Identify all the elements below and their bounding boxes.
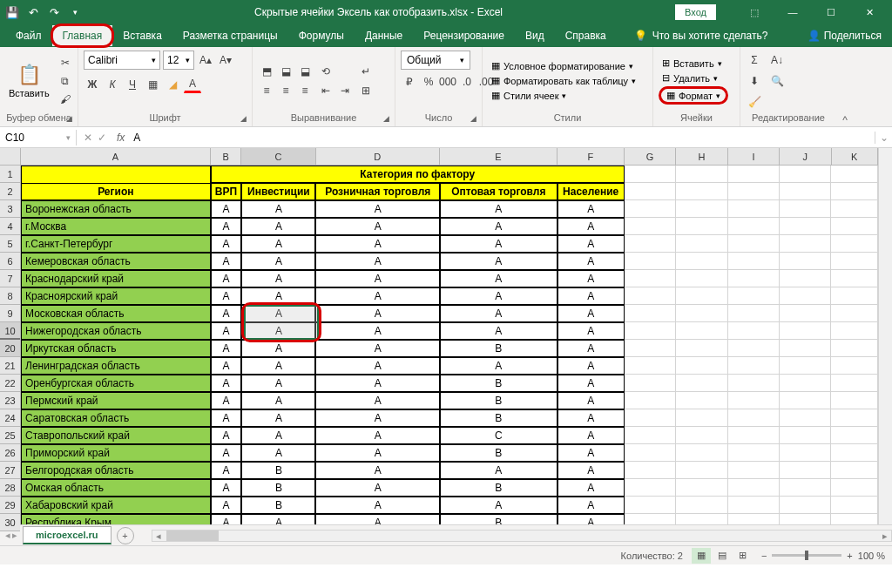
expand-formula-icon[interactable]: ⌄ xyxy=(875,132,892,144)
cell-data[interactable]: А xyxy=(211,322,242,340)
tab-home[interactable]: Главная xyxy=(52,25,113,46)
cell-region[interactable]: Нижегородская область xyxy=(21,322,211,340)
cell-data[interactable]: А xyxy=(211,357,242,375)
cell-empty[interactable] xyxy=(831,166,878,183)
cell-data[interactable]: А xyxy=(315,427,440,444)
cell-data[interactable]: А xyxy=(558,497,625,514)
cell-region[interactable]: Московская область xyxy=(21,305,211,322)
cell-empty[interactable] xyxy=(831,218,878,235)
cell-empty[interactable] xyxy=(728,322,780,340)
header-population[interactable]: Население xyxy=(558,183,625,200)
cell-empty[interactable] xyxy=(780,183,831,200)
row-header[interactable]: 21 xyxy=(0,357,20,375)
formula-input[interactable]: А xyxy=(128,130,875,145)
align-middle-icon[interactable]: ⬓ xyxy=(277,63,294,80)
cell-data[interactable]: А xyxy=(315,462,440,479)
font-size-combo[interactable]: 12▾ xyxy=(163,51,194,70)
cell-data[interactable]: А xyxy=(558,322,625,340)
zoom-out-icon[interactable]: − xyxy=(761,551,767,561)
cell-data[interactable]: В xyxy=(440,340,558,357)
page-layout-view-icon[interactable]: ▤ xyxy=(713,548,732,564)
tab-formulas[interactable]: Формулы xyxy=(288,25,355,46)
cell-data[interactable]: А xyxy=(558,444,625,462)
cell-data[interactable]: А xyxy=(440,200,558,218)
cell-data[interactable]: А xyxy=(315,322,440,340)
cell-data[interactable]: А xyxy=(241,235,315,253)
cell-empty[interactable] xyxy=(676,514,727,524)
cell-empty[interactable] xyxy=(728,287,780,305)
cell-empty[interactable] xyxy=(831,514,878,524)
horizontal-scrollbar[interactable]: ◂ ▸ xyxy=(152,530,892,542)
cell-data[interactable]: А xyxy=(241,305,315,322)
cell-empty[interactable] xyxy=(625,322,676,340)
cell-data[interactable]: А xyxy=(558,287,625,305)
font-name-combo[interactable]: Calibri▾ xyxy=(84,51,160,70)
row-header[interactable]: 22 xyxy=(0,375,20,392)
maximize-icon[interactable]: ☐ xyxy=(814,2,848,23)
cell-empty[interactable] xyxy=(676,479,727,497)
cell-data[interactable]: А xyxy=(558,479,625,497)
cell-empty[interactable] xyxy=(780,392,831,409)
cell-empty[interactable] xyxy=(728,427,780,444)
cell-data[interactable]: А xyxy=(558,375,625,392)
cell-empty[interactable] xyxy=(780,514,831,524)
cell-empty[interactable] xyxy=(728,444,780,462)
cell-data[interactable]: А xyxy=(241,200,315,218)
cell-data[interactable]: А xyxy=(211,375,242,392)
cell-region[interactable]: г.Москва xyxy=(21,218,211,235)
cell-data[interactable]: А xyxy=(241,218,315,235)
cell-data[interactable]: А xyxy=(315,409,440,427)
cell-empty[interactable] xyxy=(831,409,878,427)
cell-data[interactable]: А xyxy=(440,253,558,270)
cell-data[interactable]: А xyxy=(315,218,440,235)
add-sheet-icon[interactable]: + xyxy=(117,527,134,544)
column-header[interactable]: E xyxy=(440,148,558,165)
tab-layout[interactable]: Разметка страницы xyxy=(172,25,288,46)
cell-data[interactable]: А xyxy=(440,357,558,375)
increase-indent-icon[interactable]: ⇥ xyxy=(336,82,354,99)
cell-data[interactable]: А xyxy=(315,392,440,409)
fill-color-icon[interactable]: ◢ xyxy=(164,76,181,93)
cell-empty[interactable] xyxy=(676,322,727,340)
cell-data[interactable]: В xyxy=(440,444,558,462)
cell-data[interactable]: В xyxy=(440,409,558,427)
cell-empty[interactable] xyxy=(728,253,780,270)
row-header[interactable]: 24 xyxy=(0,409,20,427)
cell-region[interactable]: Иркутская область xyxy=(21,340,211,357)
column-header[interactable]: B xyxy=(211,148,242,165)
enter-formula-icon[interactable]: ✓ xyxy=(98,132,106,144)
cell-region[interactable]: Пермский край xyxy=(21,392,211,409)
cell-empty[interactable] xyxy=(728,514,780,524)
cell-empty[interactable] xyxy=(625,444,676,462)
cell-region[interactable]: Оренбургская область xyxy=(21,375,211,392)
cell-empty[interactable] xyxy=(676,270,727,287)
cell-empty[interactable] xyxy=(676,444,727,462)
cell-data[interactable]: А xyxy=(211,444,242,462)
font-color-icon[interactable]: A xyxy=(184,76,201,93)
cell-data[interactable]: А xyxy=(440,497,558,514)
cell-empty[interactable] xyxy=(780,200,831,218)
ribbon-options-icon[interactable]: ⬚ xyxy=(737,2,772,23)
orientation-icon[interactable]: ⟲ xyxy=(317,63,334,80)
align-bottom-icon[interactable]: ⬓ xyxy=(296,63,314,80)
cell-data[interactable]: В xyxy=(440,375,558,392)
cell-data[interactable]: А xyxy=(558,200,625,218)
cell-empty[interactable] xyxy=(728,462,780,479)
header-vrp[interactable]: ВРП xyxy=(211,183,242,200)
cell-region[interactable]: Ставропольский край xyxy=(21,427,211,444)
row-header[interactable]: 25 xyxy=(0,427,20,444)
cell-empty[interactable] xyxy=(831,497,878,514)
cell-empty[interactable] xyxy=(780,497,831,514)
cell-data[interactable]: А xyxy=(241,392,315,409)
cell-data[interactable]: А xyxy=(241,270,315,287)
cell-region[interactable]: Красноярский край xyxy=(21,287,211,305)
align-top-icon[interactable]: ⬒ xyxy=(258,63,275,80)
conditional-formatting-button[interactable]: ▦Условное форматирование▾ xyxy=(488,59,639,72)
cell-data[interactable]: А xyxy=(315,444,440,462)
cell-data[interactable]: А xyxy=(315,253,440,270)
minimize-icon[interactable]: — xyxy=(775,2,810,23)
column-header[interactable]: K xyxy=(832,148,878,165)
cell-empty[interactable] xyxy=(676,200,727,218)
cell-data[interactable]: С xyxy=(440,427,558,444)
cell-empty[interactable] xyxy=(831,287,878,305)
